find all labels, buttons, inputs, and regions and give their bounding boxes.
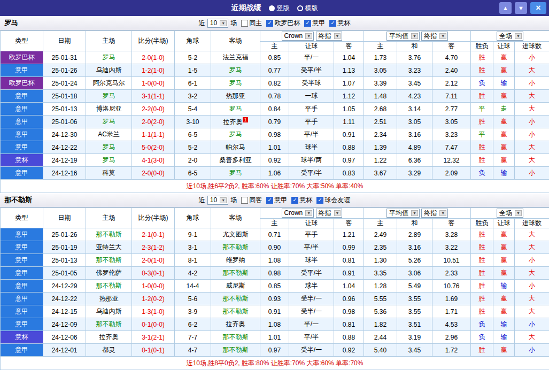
away-team-link[interactable]: 那不勒斯 (211, 331, 260, 344)
odds-stage-select[interactable]: 终指▼ (316, 209, 343, 218)
score-cell[interactable]: 2-0(1-0) (132, 254, 175, 267)
league-filter-checkbox[interactable]: ✓意杯 (291, 196, 312, 205)
result-goals-cell: 大 (515, 103, 549, 116)
home-team-link[interactable]: 佛罗伦萨 (86, 267, 132, 280)
away-team-link[interactable]: 那不勒斯 (211, 344, 260, 357)
odds-stage-select[interactable]: 终指▼ (316, 32, 343, 41)
score-cell[interactable]: 3-1(1-1) (132, 90, 175, 103)
away-team-link[interactable]: 罗马 (211, 77, 260, 90)
home-team-link[interactable]: 罗马 (86, 116, 132, 128)
away-team-link[interactable]: 罗马 (211, 167, 260, 180)
league-filter-checkbox[interactable]: ✓球会友谊 (316, 196, 350, 205)
score-cell[interactable]: 1-2(0-2) (132, 293, 175, 305)
result-goals-cell: 大 (515, 305, 549, 318)
score-cell[interactable]: 2-3(1-2) (132, 241, 175, 254)
asia-away-odds-cell: 1.11 (334, 116, 364, 128)
result-outcome-cell: 胜 (471, 154, 493, 167)
summary-row: 近10场,胜6平2负2, 胜率:60% 让胜率:70% 大率:50% 单率:40… (1, 180, 549, 193)
home-team-link[interactable]: 乌迪内斯 (86, 64, 132, 77)
home-team-link[interactable]: AC米兰 (86, 128, 132, 141)
same-venue-checkbox[interactable]: ✓同客 (241, 196, 262, 205)
home-team-link[interactable]: 那不勒斯 (86, 318, 132, 331)
euro-draw-odds-cell: 4.23 (397, 90, 432, 103)
away-team-link[interactable]: 拉齐奥1 (211, 116, 260, 128)
league-filter-checkbox[interactable]: ✓意甲 (266, 196, 287, 205)
average-select[interactable]: 平均值▼ (386, 209, 420, 218)
average-select[interactable]: 平均值▼ (386, 32, 420, 41)
bookmaker-select[interactable]: Crown▼ (282, 32, 314, 41)
score-cell[interactable]: 5-0(2-0) (132, 141, 175, 154)
score-cell[interactable]: 4-1(3-0) (132, 154, 175, 167)
league-filter-checkbox[interactable]: ✓意杯 (329, 19, 350, 28)
away-team-link[interactable]: 威尼斯 (211, 280, 260, 293)
away-team-link[interactable]: 维罗纳 (211, 254, 260, 267)
score-cell[interactable]: 3-1(2-1) (132, 331, 175, 344)
home-team-link[interactable]: 那不勒斯 (86, 228, 132, 241)
match-count-select[interactable]: 10▼ (207, 19, 228, 28)
home-team-link[interactable]: 亚特兰大 (86, 241, 132, 254)
asia-away-odds-cell: 1.07 (334, 77, 364, 90)
away-team-link[interactable]: 罗马 (211, 103, 260, 116)
away-team-link[interactable]: 那不勒斯 (211, 293, 260, 305)
scope-select[interactable]: 全场▼ (497, 209, 523, 218)
home-team-link[interactable]: 乌迪内斯 (86, 305, 132, 318)
close-button[interactable]: × (530, 2, 546, 14)
score-cell[interactable]: 2-0(0-0) (132, 167, 175, 180)
away-team-link[interactable]: 罗马 (211, 128, 260, 141)
home-team-link[interactable]: 罗马 (86, 90, 132, 103)
radio-label: 横版 (305, 4, 318, 13)
scroll-down-button[interactable]: ▼ (515, 2, 527, 14)
home-team-link[interactable]: 科莫 (86, 167, 132, 180)
away-team-link[interactable]: 尤文图斯 (211, 228, 260, 241)
scope-select[interactable]: 全场▼ (497, 32, 523, 41)
match-count-select[interactable]: 10▼ (207, 196, 228, 205)
score-cell[interactable]: 2-0(1-0) (132, 51, 175, 64)
score-cell[interactable]: 1-0(0-0) (132, 280, 175, 293)
home-team-link[interactable]: 拉齐奥 (86, 331, 132, 344)
home-team-link[interactable]: 那不勒斯 (86, 280, 132, 293)
home-team-link[interactable]: 罗马 (86, 51, 132, 64)
same-venue-checkbox[interactable]: ✓同主 (241, 19, 262, 28)
layout-radio-horizontal[interactable]: 横版 (297, 4, 318, 13)
bookmaker-select[interactable]: Crown▼ (282, 209, 314, 218)
match-row: 意杯24-12-19罗马4-1(3-0)2-0桑普多利亚0.92球半/两0.97… (1, 154, 549, 167)
away-team-link[interactable]: 那不勒斯 (211, 267, 260, 280)
away-team-link[interactable]: 那不勒斯 (211, 241, 260, 254)
home-team-link[interactable]: 阿尔克马尔 (86, 77, 132, 90)
home-team-link[interactable]: 都灵 (86, 344, 132, 357)
result-outcome-cell: 胜 (471, 344, 493, 357)
euro-away-odds-cell: 2.77 (432, 103, 471, 116)
avg-stage-select[interactable]: 终指▼ (421, 209, 448, 218)
euro-draw-odds-cell: 3.51 (397, 318, 432, 331)
score-cell[interactable]: 2-2(0-0) (132, 103, 175, 116)
away-team-link[interactable]: 拉齐奥 (211, 318, 260, 331)
home-team-link[interactable]: 那不勒斯 (86, 254, 132, 267)
result-handicap-cell: 赢 (493, 267, 515, 280)
away-team-link[interactable]: 罗马 (211, 64, 260, 77)
home-team-link[interactable]: 罗马 (86, 141, 132, 154)
score-cell[interactable]: 1-2(1-0) (132, 64, 175, 77)
match-date-cell: 25-01-05 (43, 267, 86, 280)
col-header-corner: 角球 (175, 208, 211, 228)
league-filter-checkbox[interactable]: ✓欧罗巴杯 (266, 19, 300, 28)
score-cell[interactable]: 0-1(0-0) (132, 318, 175, 331)
score-cell[interactable]: 1-1(1-1) (132, 128, 175, 141)
score-cell[interactable]: 0-3(0-1) (132, 267, 175, 280)
scroll-up-button[interactable]: ▲ (499, 2, 512, 14)
score-cell[interactable]: 1-3(1-0) (132, 305, 175, 318)
score-cell[interactable]: 2-1(0-1) (132, 228, 175, 241)
score-cell[interactable]: 0-1(0-1) (132, 344, 175, 357)
away-team-link[interactable]: 那不勒斯 (211, 305, 260, 318)
score-cell[interactable]: 1-0(0-0) (132, 77, 175, 90)
layout-radio-vertical[interactable]: 竖版 (269, 4, 290, 13)
away-team-link[interactable]: 热那亚 (211, 90, 260, 103)
home-team-link[interactable]: 博洛尼亚 (86, 103, 132, 116)
league-filter-checkbox[interactable]: ✓意甲 (304, 19, 325, 28)
avg-stage-select[interactable]: 终指▼ (421, 32, 448, 41)
away-team-link[interactable]: 桑普多利亚 (211, 154, 260, 167)
away-team-link[interactable]: 帕尔马 (211, 141, 260, 154)
away-team-link[interactable]: 法兰克福 (211, 51, 260, 64)
score-cell[interactable]: 2-0(2-0) (132, 116, 175, 128)
home-team-link[interactable]: 热那亚 (86, 293, 132, 305)
home-team-link[interactable]: 罗马 (86, 154, 132, 167)
